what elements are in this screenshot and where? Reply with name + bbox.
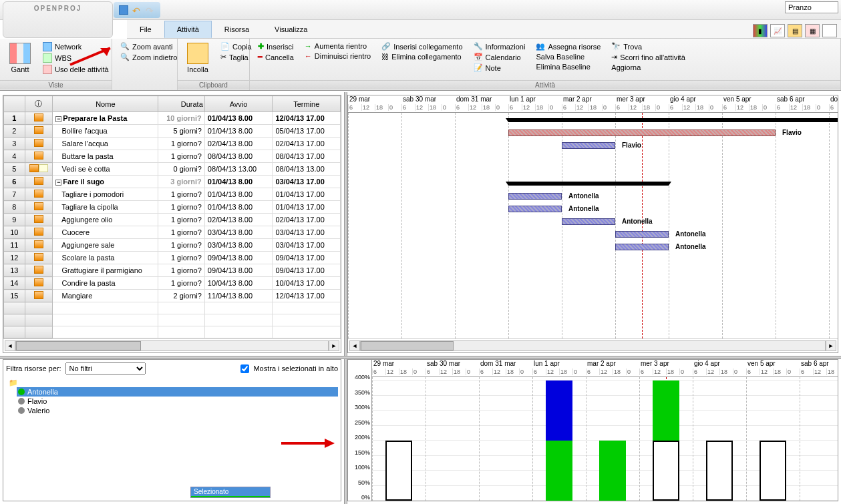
info-button[interactable]: 🔧Informazioni xyxy=(471,41,528,51)
notes-button[interactable]: 📝Note xyxy=(471,63,528,73)
delete-button[interactable]: ━Cancella xyxy=(255,52,297,62)
tab-view[interactable]: Visualizza xyxy=(262,21,320,38)
assign-button[interactable]: 👥Assegna risorse xyxy=(533,41,603,51)
undo-icon[interactable]: ↶ xyxy=(132,5,142,15)
info-icon: 🔧 xyxy=(474,42,483,51)
network-icon xyxy=(43,42,52,51)
chart-view-icon[interactable]: ▮ xyxy=(753,24,768,37)
resource-filter-pane: Filtra risorse per: No filtri Mostra i s… xyxy=(3,359,341,501)
network-button[interactable]: Network xyxy=(40,41,112,52)
gantt-scroll-left[interactable]: ◄ xyxy=(349,340,360,351)
calendar-button[interactable]: 📅Calendario xyxy=(471,52,528,62)
update-button[interactable]: Aggiorna xyxy=(609,63,687,72)
wbs-button[interactable]: WBS xyxy=(40,53,112,63)
zoom-out-button[interactable]: 🔍Zoom indietro xyxy=(118,52,172,62)
table-row[interactable]: 12 Scolare la pasta 1 giorno? 09/04/13 8… xyxy=(4,252,341,264)
group-label-activity: Attività xyxy=(250,80,840,89)
delete-baseline-button[interactable]: Elimina Baseline xyxy=(533,62,603,71)
svg-marker-3 xyxy=(325,439,335,448)
outdent-icon: ← xyxy=(305,52,312,60)
insert-icon: ✚ xyxy=(258,42,264,51)
copy-button[interactable]: 📄Copia xyxy=(218,41,255,51)
table-row[interactable]: 8 Tagliare la cipolla 1 giorno? 01/04/13… xyxy=(4,201,341,214)
table-row[interactable]: 3 Salare l'acqua 1 giorno? 02/04/13 8.00… xyxy=(4,138,341,150)
table-row[interactable]: 1 −Preparare la Pasta 10 giorni? 01/04/1… xyxy=(4,112,341,125)
app-logo[interactable]: ProjectLibre™ OPENPROJ xyxy=(3,1,113,38)
table-row[interactable]: 10 Cuocere 1 giorno? 03/04/13 8.00 03/04… xyxy=(4,226,341,239)
gantt-scroll-right[interactable]: ► xyxy=(826,340,836,351)
annotation-arrow-2 xyxy=(278,433,338,453)
line-view-icon[interactable]: 📈 xyxy=(770,24,785,37)
unlink-icon: ⛓ xyxy=(381,53,389,61)
task-table[interactable]: ⓘ Nome Durata Avvio Termine 1 −Preparare… xyxy=(3,95,341,338)
usage-view-icon[interactable]: ▦ xyxy=(805,24,820,37)
histogram-pane: 400%350%300%250%200%150%100%50%0% 29 mar… xyxy=(347,359,838,501)
indent-icon: → xyxy=(305,42,312,50)
gantt-chart-body[interactable]: FlavioFlavioAntonellaAntonellaAntonellaA… xyxy=(348,113,838,338)
ribbon-tabs: File Attività Risorsa Visualizza xyxy=(127,20,841,39)
paste-icon xyxy=(187,43,208,64)
table-row[interactable]: 15 Mangiare 2 giorni? 11/04/13 8.00 12/0… xyxy=(4,290,341,302)
col-header-rownum[interactable] xyxy=(4,96,25,112)
col-header-indicator[interactable]: ⓘ xyxy=(25,96,53,112)
blank-view-icon[interactable] xyxy=(822,24,837,37)
zoom-in-button[interactable]: 🔍Zoom avanti xyxy=(118,41,172,51)
zoom-out-icon: 🔍 xyxy=(120,53,130,61)
folder-icon[interactable]: 📁 xyxy=(9,379,338,387)
col-header-duration[interactable]: Durata xyxy=(158,96,204,112)
task-hscrollbar[interactable] xyxy=(15,340,329,351)
insert-button[interactable]: ✚Inserisci xyxy=(255,41,297,51)
gantt-timeline-header[interactable]: 29 mar612180sab 30 mar612180dom 31 mar61… xyxy=(348,95,838,113)
table-row[interactable]: 11 Aggiungere sale 1 giorno? 03/04/13 8.… xyxy=(4,239,341,252)
save-icon[interactable] xyxy=(119,5,128,15)
usage-icon xyxy=(43,65,52,74)
ribbon: Gantt Network WBS Uso delle attività Vis… xyxy=(0,39,841,91)
cut-button[interactable]: ✂Taglia xyxy=(218,52,255,62)
scroll-to-button[interactable]: ⇥Scorri fino all'attività xyxy=(609,52,687,62)
table-row[interactable]: 7 Tagliare i pomodori 1 giorno? 01/04/13… xyxy=(4,188,341,201)
col-header-finish[interactable]: Termine xyxy=(273,96,341,112)
link-button[interactable]: 🔗Inserisi collegamento xyxy=(379,41,465,51)
show-selected-checkbox[interactable] xyxy=(240,364,249,373)
histogram-body[interactable]: 29 mar612180sab 30 mar612180dom 31 mar61… xyxy=(372,360,838,501)
outdent-button[interactable]: ←Diminuisci rientro xyxy=(302,51,373,61)
find-icon: 🔭 xyxy=(611,42,621,51)
assign-icon: 👥 xyxy=(536,42,545,51)
table-row[interactable]: 5 Vedi se è cotta 0 giorni? 08/04/13 13.… xyxy=(4,163,341,176)
resource-item[interactable]: Flavio xyxy=(17,397,338,406)
unlink-button[interactable]: ⛓Elimina collegamento xyxy=(379,52,465,61)
indent-button[interactable]: →Aumenta rientro xyxy=(302,41,373,51)
notes-icon: 📝 xyxy=(474,63,483,72)
find-button[interactable]: 🔭Trova xyxy=(609,41,687,51)
tab-file[interactable]: File xyxy=(127,21,164,38)
tab-activity[interactable]: Attività xyxy=(164,21,212,38)
gantt-pane: 29 mar612180sab 30 mar612180dom 31 mar61… xyxy=(347,95,838,353)
table-row[interactable]: 13 Grattugiare il parmigiano 1 giorno? 0… xyxy=(4,264,341,277)
table-row[interactable]: 2 Bollire l'acqua 5 giorni? 01/04/13 8.0… xyxy=(4,125,341,138)
resource-item[interactable]: Valerio xyxy=(17,406,338,415)
gantt-hscrollbar[interactable] xyxy=(360,340,826,351)
usage-button[interactable]: Uso delle attività xyxy=(40,64,112,75)
histogram-yaxis: 400%350%300%250%200%150%100%50%0% xyxy=(348,360,372,501)
histogram-view-icon[interactable]: ▤ xyxy=(788,24,802,37)
table-row[interactable]: 6 −Fare il sugo 3 giorni? 01/04/13 8.00 … xyxy=(4,176,341,188)
save-baseline-button[interactable]: Salva Baseline xyxy=(533,52,603,61)
table-row[interactable]: 9 Aggiungere olio 1 giorno? 02/04/13 8.0… xyxy=(4,214,341,226)
col-header-start[interactable]: Avvio xyxy=(204,96,273,112)
tab-resource[interactable]: Risorsa xyxy=(212,21,262,38)
scroll-left-button[interactable]: ◄ xyxy=(5,340,15,351)
table-row[interactable]: 4 Buttare la pasta 1 giorno? 08/04/13 8.… xyxy=(4,150,341,163)
redo-icon[interactable]: ↷ xyxy=(146,5,155,15)
resource-item[interactable]: Antonella xyxy=(17,387,338,397)
copy-icon: 📄 xyxy=(220,42,230,51)
quick-access-toolbar: ↶ ↷ xyxy=(114,2,160,18)
scroll-right-button[interactable]: ► xyxy=(329,340,339,351)
histogram-legend: Selezionato xyxy=(190,487,271,498)
resource-tree[interactable]: 📁 AntonellaFlavioValerio xyxy=(6,379,338,415)
table-row[interactable]: 14 Condire la pasta 1 giorno? 10/04/13 8… xyxy=(4,277,341,290)
project-name-input[interactable] xyxy=(785,1,838,13)
filter-label: Filtra risorse per: xyxy=(6,364,61,372)
filter-select[interactable]: No filtri xyxy=(65,362,146,374)
col-header-name[interactable]: Nome xyxy=(53,96,158,112)
cut-icon: ✂ xyxy=(220,53,226,61)
